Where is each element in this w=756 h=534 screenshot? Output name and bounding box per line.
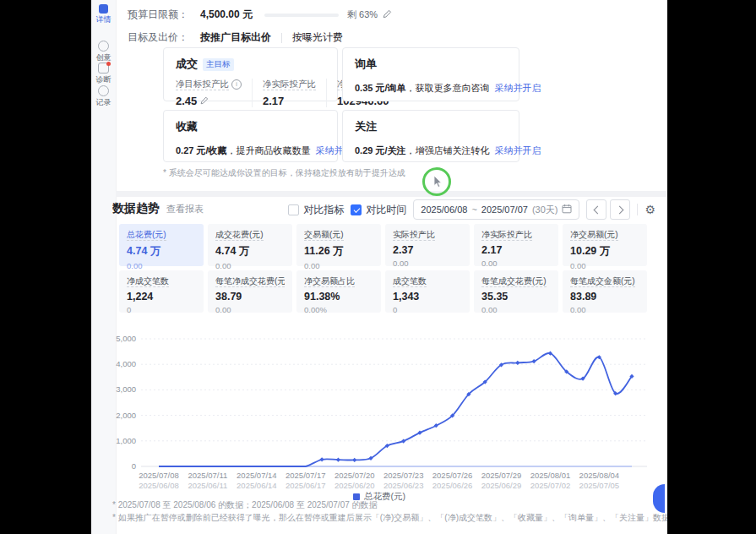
svg-text:4,000: 4,000 [116,359,136,368]
trend-controls: 对比指标 对比时间 2025/06/08 ~ 2025/07/07 (30天) … [288,199,655,220]
stat-value: 2.17 [263,95,284,107]
metric-card-cost-per-net-order[interactable]: 每笔净成交花费(元) 38.79 0.00 [208,270,292,313]
sidebar-item-diagnosis[interactable]: 诊断 [91,63,116,84]
info-icon[interactable]: i [231,79,242,90]
desc-text: ，获取更多意向咨询 [406,83,490,93]
metric-label: 净交易额占比 [304,276,355,287]
trend-chart-svg: 01,0002,0003,0004,0005,0002025/07/082025… [112,328,657,495]
view-report-link[interactable]: 查看报表 [166,203,204,215]
svg-text:2025/07/11: 2025/07/11 [188,471,228,480]
svg-text:0: 0 [132,461,136,471]
desc-text: ，提升商品收藏数量 [227,145,311,155]
desc-text: ，增强店铺关注转化 [406,145,490,155]
bulb-icon [98,41,109,52]
svg-text:3,000: 3,000 [116,384,136,394]
metric-card-net-gmv[interactable]: 净交易额(元) 10.29 万 0.00 [563,224,647,266]
date-start: 2025/06/08 [421,204,467,215]
gear-icon[interactable]: ⚙ [645,204,655,215]
svg-text:2025/07/26: 2025/07/26 [432,471,473,480]
bidding-row: 目标及出价： 按推广目标出价 按曝光计费 [128,30,343,45]
section-divider [116,191,667,197]
collapsed-side-tab[interactable] [653,484,665,513]
svg-text:2025/06/14: 2025/06/14 [237,481,277,490]
metric-card-net-orders[interactable]: 净成交笔数 1,224 0 [119,270,204,313]
metric-card-cost-per-order[interactable]: 每笔成交花费(元) 35.35 0.00 [474,270,558,313]
metric-label: 净成交笔数 [127,276,169,287]
date-days: (30天) [532,204,558,216]
metric-value: 91.38% [304,291,373,302]
main-panel: 详情 创意 诊断 记录 预算日限额： 4,500.00 元 剩 63% 目标及出… [91,0,667,534]
budget-amount: 4,500.00 元 [200,8,253,22]
metric-grid: 总花费(元) 4.74 万 0.00 成交花费(元) 4.74 万 0.00 交… [119,224,647,313]
trend-section-title: 数据趋势 [112,201,160,216]
metric-label: 每笔成交花费(元) [481,276,547,287]
metric-card-net-gmv-ratio[interactable]: 净交易额占比 91.38% 0.00% [296,270,381,313]
metric-compare-value: 0.00 [481,305,551,314]
metric-compare-value: 0.00 [215,261,285,270]
svg-text:2025/07/17: 2025/07/17 [286,471,326,480]
svg-text:1,000: 1,000 [116,436,136,445]
stat-actual-roi: 净实际投产比 2.17 [252,79,326,107]
date-range-picker[interactable]: 2025/06/08 ~ 2025/07/07 (30天) [413,199,579,220]
goal-card-follow[interactable]: 关注 0.29 元/关注，增强店铺关注转化采纳并开启 [342,110,519,162]
metric-card-actual-roi[interactable]: 实际投产比 2.37 0.00 [385,224,470,266]
svg-text:2,000: 2,000 [116,411,136,420]
svg-text:2025/06/23: 2025/06/23 [383,481,424,490]
metric-compare-value: 0.00 [127,261,196,270]
tab-bid-by-impression[interactable]: 按曝光计费 [292,30,343,45]
budget-remaining: 剩 63% [347,8,378,21]
trend-chart: 01,0002,0003,0004,0005,0002025/07/082025… [112,328,657,495]
prev-period-button[interactable] [586,199,606,220]
metric-label: 每笔净成交花费(元) [215,276,285,287]
metric-card-deal-cost[interactable]: 成交花费(元) 4.74 万 0.00 [208,224,292,266]
sidebar-item-detail[interactable]: 详情 [91,4,116,24]
svg-text:2025/08/01: 2025/08/01 [530,471,571,480]
metric-card-total-cost[interactable]: 总花费(元) 4.74 万 0.00 [119,224,204,266]
goal-card-deal[interactable]: 成交 主目标 净目标投产比i 2.45 净实际投产比 2.17 净交易额(元) … [163,47,338,101]
price-text: 0.29 元/关注 [355,145,406,155]
cursor-icon [433,176,443,192]
detail-icon [99,4,108,14]
metric-compare-value: 0.00 [481,259,551,268]
svg-text:2025/07/14: 2025/07/14 [237,471,277,480]
metric-card-net-actual-roi[interactable]: 净实际投产比 2.17 0.00 [474,224,558,266]
diagnosis-icon [98,63,109,74]
svg-text:2025/08/04: 2025/08/04 [579,471,620,480]
footnote-data-explain: * 如果推广在暂停或删除前已经获得了曝光，那么在暂停或重建后展示「(净)交易额」… [112,512,667,524]
goal-cards: 成交 主目标 净目标投产比i 2.45 净实际投产比 2.17 净交易额(元) … [163,47,519,162]
svg-text:2025/06/29: 2025/06/29 [481,481,522,490]
metric-compare-value: 0.00 [304,261,373,270]
goal-note: * 系统会尽可能达成你设置的目标，保持稳定投放有助于提升达成 [163,167,405,179]
metric-value: 35.35 [481,291,551,302]
metric-label: 实际投产比 [393,230,435,241]
roi-edit-icon[interactable] [200,95,209,107]
metric-label: 总花费(元) [127,230,166,241]
sidebar-item-creative[interactable]: 创意 [91,41,116,62]
stat-value: 2.45 [176,95,197,107]
stat-label: 净目标投产比 [176,79,229,90]
next-period-button[interactable] [610,199,630,220]
budget-edit-icon[interactable] [383,9,392,21]
goal-card-inquiry[interactable]: 询单 0.35 元/询单，获取更多意向咨询采纳并开启 [342,47,519,101]
sidebar-item-records[interactable]: 记录 [91,85,116,106]
metric-card-amount-per-order[interactable]: 每笔成交金额(元) 83.89 0.00 [563,270,647,313]
primary-goal-badge: 主目标 [203,58,234,71]
divider [281,33,282,43]
svg-text:2025/07/23: 2025/07/23 [383,471,424,480]
compare-metric-checkbox[interactable]: 对比指标 [288,203,344,217]
metric-compare-value: 0.00 [570,261,639,270]
goal-card-favorite[interactable]: 收藏 0.27 元/收藏，提升商品收藏数量采纳并开启 [163,110,338,162]
tab-bid-by-goal[interactable]: 按推广目标出价 [200,30,271,45]
date-end: 2025/07/07 [481,204,528,215]
metric-compare-value: 0 [127,305,196,314]
metric-card-gmv[interactable]: 交易额(元) 11.26 万 0.00 [296,224,381,266]
chevron-left-icon [593,205,601,214]
adopt-enable-link[interactable]: 采纳并开启 [495,83,541,93]
card-title: 成交 [176,57,198,72]
compare-time-checkbox[interactable]: 对比时间 [351,203,406,217]
notification-dot [106,62,111,66]
svg-text:2025/06/08: 2025/06/08 [139,481,179,490]
adopt-enable-link[interactable]: 采纳并开启 [495,145,541,155]
sidebar-item-label: 创意 [91,54,116,62]
metric-card-orders[interactable]: 成交笔数 1,343 0 [385,270,470,313]
